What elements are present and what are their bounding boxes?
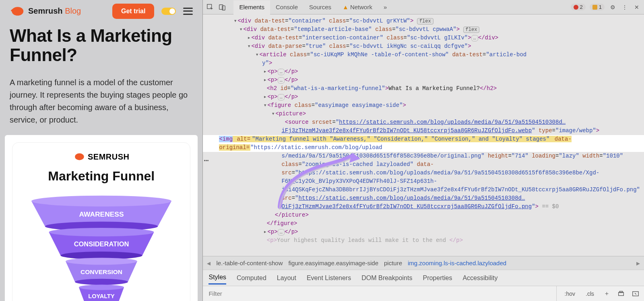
dom-line[interactable]: ▾<picture> xyxy=(203,110,644,118)
article-paragraph: A marketing funnel is a model of the cus… xyxy=(10,76,193,126)
devtools-panel: Elements Console Sources ▲Network » 2 1 … xyxy=(202,0,644,301)
dom-line[interactable]: ▸<p>…</p> xyxy=(203,93,644,101)
funnel-stage-3: CONVERSION xyxy=(80,268,122,275)
breadcrumb-item[interactable]: le.-table-of-content-show xyxy=(216,260,283,266)
webpage-preview: Semrush Blog Get trial What Is a Marketi… xyxy=(0,0,202,301)
dom-line[interactable]: ▸<p>…</p> xyxy=(203,228,644,236)
print-media-icon[interactable] xyxy=(617,289,625,298)
highlighted-img-line[interactable]: <img alt="Marketing funnel with "Awarene… xyxy=(203,135,644,152)
computed-panel-icon[interactable] xyxy=(631,289,640,298)
figure-brand: SEMRUSH xyxy=(12,152,190,162)
subtab-dom-breakpoints[interactable]: DOM Breakpoints xyxy=(361,274,412,282)
dom-line[interactable]: ▾<figure class="easyimage easyimage-side… xyxy=(203,101,644,110)
theme-toggle[interactable] xyxy=(161,8,176,15)
devtools-tabs: Elements Console Sources ▲Network » xyxy=(233,0,392,14)
figure-frame: SEMRUSH Marketing Funnel AWARENESS CONSI… xyxy=(5,135,198,301)
brand-text: Semrush Blog xyxy=(28,6,81,16)
dom-line[interactable]: ▸<p>…</p> xyxy=(203,68,644,76)
dom-line[interactable]: y"> xyxy=(203,59,644,68)
brand-logo-icon xyxy=(10,6,24,16)
tab-console[interactable]: Console xyxy=(270,0,303,14)
warning-badge[interactable]: 1 xyxy=(590,4,605,10)
breadcrumb-next-icon[interactable]: ▸ xyxy=(636,259,640,268)
svg-point-6 xyxy=(66,258,137,264)
gutter-marker: ⋯ xyxy=(204,155,209,167)
close-icon[interactable]: ✕ xyxy=(633,3,641,11)
dom-tree[interactable]: ⋯ ▾<div data-test="container" class="sc-… xyxy=(203,14,644,256)
figure-inner: SEMRUSH Marketing Funnel AWARENESS CONSI… xyxy=(12,142,190,301)
breadcrumb-item[interactable]: picture xyxy=(384,260,402,266)
funnel-stage-4: LOYALTY xyxy=(88,293,115,299)
figure-brand-text: SEMRUSH xyxy=(88,152,130,162)
breadcrumb-item-active[interactable]: img.zooming.ls-is-cached.lazyloaded xyxy=(408,260,506,266)
subtab-accessibility[interactable]: Accessibility xyxy=(462,274,497,282)
dom-line[interactable]: </figure> xyxy=(203,219,644,228)
dom-line[interactable]: ▾<div data-parse="true" class="sc-bdvvtL… xyxy=(203,42,644,51)
add-rule-icon[interactable]: ＋ xyxy=(602,289,611,298)
get-trial-button[interactable]: Get trial xyxy=(112,4,154,19)
subtab-layout[interactable]: Layout xyxy=(277,274,296,282)
article-body: What Is a Marketing Funnel? A marketing … xyxy=(0,22,202,126)
svg-point-1 xyxy=(75,154,84,160)
figure-title: Marketing Funnel xyxy=(12,169,190,184)
cls-button[interactable]: .cls xyxy=(583,290,597,298)
subtab-event-listeners[interactable]: Event Listeners xyxy=(307,274,351,282)
dom-line[interactable]: ▾<div data-test="container" class="sc-bd… xyxy=(203,17,644,25)
kebab-menu-icon[interactable]: ⋮ xyxy=(621,3,629,11)
settings-gear-icon[interactable]: ⚙ xyxy=(609,3,617,11)
inspect-icon[interactable] xyxy=(206,3,214,11)
svg-point-4 xyxy=(49,228,154,236)
header-right: Get trial xyxy=(112,4,193,19)
dom-line[interactable]: <p>Your highest quality leads will make … xyxy=(203,236,644,245)
subtab-properties[interactable]: Properties xyxy=(423,274,452,282)
dom-line[interactable]: s/media/9a/51/9a51504510308d6515f6f858c3… xyxy=(203,152,644,211)
tab-network[interactable]: ▲Network xyxy=(337,0,378,14)
subtab-styles[interactable]: Styles xyxy=(208,274,226,285)
dom-line[interactable]: ▾<article class="sc-iUKqMP kMQhNe -table… xyxy=(203,51,644,59)
styles-filter-row: :hov .cls ＋ xyxy=(203,286,644,301)
svg-point-8 xyxy=(79,285,124,290)
device-toggle-icon[interactable] xyxy=(218,3,226,11)
figure-brand-icon xyxy=(73,152,85,161)
styles-filter-input[interactable] xyxy=(207,286,556,301)
funnel-stage-2: CONSIDERATION xyxy=(74,240,129,248)
svg-point-2 xyxy=(31,196,171,207)
dom-line[interactable]: ▾<div data-test="template-article-base" … xyxy=(203,25,644,34)
dom-line[interactable]: ▸<p>…</p> xyxy=(203,76,644,84)
funnel-diagram: AWARENESS CONSIDERATION CONVERSION LOY xyxy=(17,193,186,301)
tab-elements[interactable]: Elements xyxy=(233,0,270,14)
hamburger-menu-icon[interactable] xyxy=(183,8,193,15)
brand: Semrush Blog xyxy=(10,6,81,16)
tab-more[interactable]: » xyxy=(378,0,392,14)
dom-line[interactable]: </picture> xyxy=(203,211,644,219)
svg-rect-15 xyxy=(619,291,622,293)
dom-breadcrumb[interactable]: ◂ le.-table-of-content-show figure.easyi… xyxy=(203,256,644,270)
breadcrumb-prev-icon[interactable]: ◂ xyxy=(207,259,211,268)
devtools-toolbar: Elements Console Sources ▲Network » 2 1 … xyxy=(203,0,644,14)
article-h1: What Is a Marketing Funnel? xyxy=(10,26,193,65)
tab-sources[interactable]: Sources xyxy=(303,0,337,14)
subtab-computed[interactable]: Computed xyxy=(237,274,266,282)
dom-line[interactable]: <h2 id="what-is-a-marketing-funnel">What… xyxy=(203,84,644,93)
breadcrumb-item[interactable]: figure.easyimage.easyimage-side xyxy=(289,260,378,266)
hov-button[interactable]: :hov xyxy=(562,290,578,298)
styles-subtabs: Styles Computed Layout Event Listeners D… xyxy=(203,270,644,286)
funnel-stage-1: AWARENESS xyxy=(79,210,124,218)
error-badge[interactable]: 2 xyxy=(571,4,586,10)
dom-line[interactable]: <source srcset="https://static.semrush.c… xyxy=(203,118,644,135)
site-header: Semrush Blog Get trial xyxy=(0,0,202,22)
svg-point-7 xyxy=(75,278,128,285)
dom-line[interactable]: ▸<div data-test="intersection-container"… xyxy=(203,34,644,42)
